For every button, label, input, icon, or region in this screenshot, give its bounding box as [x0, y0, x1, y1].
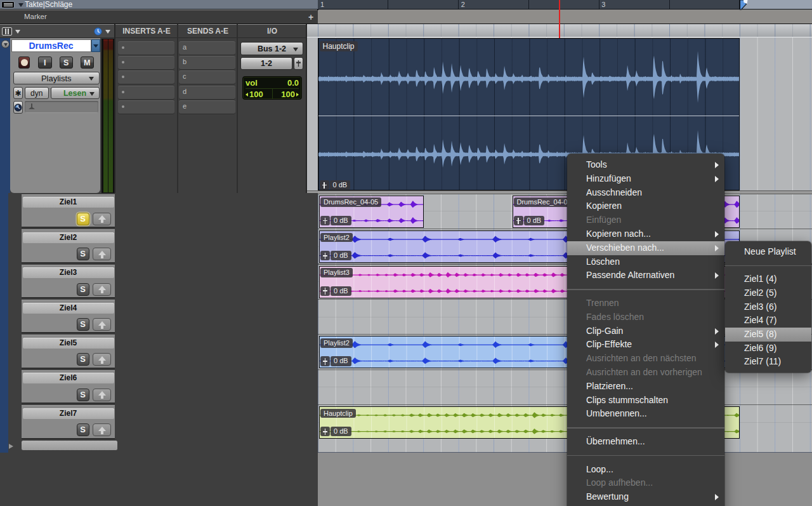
marker-row-timeline[interactable]	[318, 10, 812, 24]
send-slot[interactable]: a	[179, 41, 235, 55]
clip-gain-value[interactable]: 0 dB	[331, 427, 351, 436]
menu-item[interactable]: Fades löschen	[567, 310, 724, 324]
lane-promote-button[interactable]	[93, 353, 111, 366]
menu-item[interactable]: Löschen	[567, 255, 724, 269]
inserts-header[interactable]: INSERTS A-E	[115, 25, 178, 38]
menu-item[interactable]: Clip-Gain	[567, 324, 724, 338]
menu-item[interactable]: Ziel1 (4)	[725, 272, 811, 286]
lane-solo-button[interactable]: S	[77, 248, 89, 260]
lane-promote-button[interactable]	[93, 248, 111, 260]
menu-item[interactable]: Platzieren...	[567, 380, 724, 394]
menu-item[interactable]: Kopieren	[567, 199, 724, 213]
track-name-dropdown[interactable]	[91, 39, 100, 52]
sends-header[interactable]: SENDS A-E	[178, 25, 237, 38]
menu-item[interactable]: Bewertung	[567, 490, 724, 504]
timebase-selector-clock-icon[interactable]	[13, 101, 23, 114]
insert-slot[interactable]	[118, 56, 174, 69]
lane-solo-button[interactable]: S	[77, 353, 89, 366]
track-name-box[interactable]: DrumsRec	[11, 39, 91, 52]
mute-button[interactable]: M	[81, 57, 95, 69]
menu-item[interactable]: Ausschneiden	[567, 186, 724, 200]
menu-item[interactable]: Loop aufheben...	[567, 476, 724, 490]
lane-promote-button[interactable]	[93, 213, 111, 225]
playlist-clip[interactable]: DrumsRec_04-050 dB	[319, 196, 424, 228]
solo-button[interactable]: S	[60, 57, 74, 69]
automation-mode-selector[interactable]: Lesen	[51, 87, 100, 99]
lane-promote-button[interactable]	[93, 423, 111, 436]
clip-gain-fader-icon[interactable]	[320, 286, 330, 296]
menu-item[interactable]: Hinzufügen	[567, 172, 724, 186]
clip-gain-fader-icon[interactable]	[514, 216, 523, 225]
lane-name[interactable]: Ziel2	[23, 232, 114, 243]
add-marker-icon[interactable]: +	[308, 12, 313, 22]
session-marker-flag-icon[interactable]	[738, 0, 749, 10]
lane-name[interactable]: Ziel1	[23, 197, 114, 208]
io-fader-button[interactable]	[294, 57, 304, 70]
elastic-audio-selector[interactable]	[25, 101, 98, 113]
send-slot[interactable]: b	[179, 56, 235, 69]
timebase-dropdown-icon[interactable]	[105, 30, 110, 34]
lane-name[interactable]: Ziel6	[23, 373, 114, 383]
menu-item[interactable]: Ausrichten an den vorherigen	[567, 366, 724, 380]
lane-name[interactable]: Ziel4	[23, 303, 114, 314]
track-collapse-button[interactable]	[1, 40, 10, 48]
insert-slot[interactable]	[118, 41, 174, 55]
clip-gain-value[interactable]: 0 dB	[331, 356, 351, 366]
lane-solo-button[interactable]: S	[77, 213, 89, 225]
menu-item[interactable]: Ziel2 (5)	[725, 286, 811, 300]
menu-item[interactable]: Kopieren nach...	[567, 227, 724, 241]
volume-display[interactable]: vol 0.0 100 100	[242, 76, 302, 100]
lane-solo-button[interactable]: S	[77, 318, 89, 331]
clip-gain-fader-icon[interactable]	[320, 356, 330, 366]
clip-gain-value[interactable]: 0 dB	[331, 216, 351, 225]
menu-item[interactable]: Passende Alternativen	[567, 269, 724, 283]
menu-item[interactable]: Übernehmen...	[567, 435, 724, 449]
timebase-clock-icon[interactable]	[94, 27, 102, 36]
clip-gain-value[interactable]: 0 dB	[331, 251, 351, 260]
clip-gain-value[interactable]: 0 dB	[524, 216, 545, 225]
track-columns-icon[interactable]	[2, 27, 12, 36]
menu-item[interactable]: Neue Playlist	[725, 245, 811, 259]
lane-name[interactable]: Ziel3	[23, 267, 114, 278]
lane-solo-button[interactable]: S	[77, 389, 89, 401]
menu-item[interactable]: Clip-Effekte	[567, 338, 724, 352]
clip-gain-value[interactable]: 0 dB	[331, 286, 351, 296]
menu-item[interactable]: Clips stummschalten	[567, 394, 724, 408]
lane-promote-button[interactable]	[93, 389, 111, 401]
insert-slot[interactable]	[118, 100, 174, 114]
output-path-selector[interactable]: Bus 1-2	[240, 42, 303, 55]
dyn-button[interactable]: dyn	[25, 87, 49, 99]
menu-item[interactable]: Tools	[567, 158, 724, 172]
menu-item[interactable]: Ziel5 (8)	[725, 328, 811, 342]
lane-name[interactable]: Ziel7	[23, 408, 114, 419]
clip-gain-fader-icon[interactable]	[320, 216, 330, 225]
clip-gain-fader-icon[interactable]	[320, 427, 330, 436]
send-slot[interactable]: c	[179, 70, 235, 84]
menu-item[interactable]: Umbenennen...	[567, 407, 724, 421]
clip-gain-fader-icon[interactable]	[320, 180, 329, 190]
lane-promote-button[interactable]	[93, 283, 111, 296]
marker-row[interactable]	[0, 10, 318, 24]
insert-slot[interactable]	[118, 70, 174, 84]
lane-solo-button[interactable]: S	[77, 423, 89, 436]
menu-item[interactable]: Loop...	[567, 463, 724, 477]
lane-promote-button[interactable]	[93, 318, 111, 331]
menu-item[interactable]: Ausrichten an den nächsten	[567, 352, 724, 366]
new-lane-name-bar[interactable]	[22, 441, 117, 450]
input-monitor-button[interactable]: I	[38, 57, 52, 69]
menu-item[interactable]: Ziel7 (11)	[725, 355, 811, 369]
input-path-selector[interactable]: 1-2	[240, 57, 292, 70]
menu-item[interactable]: Ziel6 (9)	[725, 342, 811, 356]
menu-item[interactable]: Ziel4 (7)	[725, 314, 811, 328]
menu-item[interactable]: Trennen	[567, 296, 724, 310]
record-enable-button[interactable]	[18, 57, 30, 69]
playlists-selector[interactable]: Playlists	[13, 72, 100, 85]
send-slot[interactable]: e	[179, 100, 235, 114]
clip-gain-value[interactable]: 0 dB	[330, 180, 351, 190]
insert-slot[interactable]	[118, 86, 174, 99]
lane-solo-button[interactable]: S	[77, 283, 89, 296]
ruler-dropdown-icon[interactable]	[18, 3, 23, 7]
lane-name[interactable]: Ziel5	[23, 338, 114, 349]
menu-item[interactable]: Ziel3 (6)	[725, 300, 811, 314]
columns-dropdown-icon[interactable]	[15, 30, 20, 34]
